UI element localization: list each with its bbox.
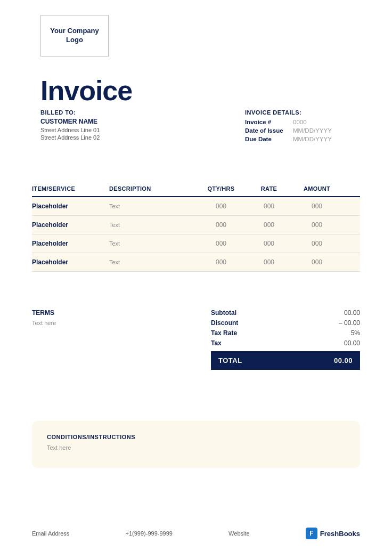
address-line-2: Street Address Line 02 bbox=[40, 134, 100, 141]
billed-to-section: BILLED TO: CUSTOMER NAME Street Address … bbox=[40, 109, 100, 142]
invoice-title: Invoice bbox=[40, 75, 132, 107]
conditions-text: Text here bbox=[47, 444, 345, 451]
table-row: Placeholder Text 000 000 000 bbox=[32, 216, 360, 234]
invoice-details-label: INVOICE DETAILS: bbox=[245, 109, 332, 116]
total-bar: TOTAL 00.00 bbox=[211, 351, 360, 370]
date-of-issue-value: MM/DD/YYYY bbox=[293, 127, 332, 134]
tax-rate-row: Tax Rate 5% bbox=[211, 329, 360, 337]
row3-item: Placeholder bbox=[32, 240, 109, 247]
subtotal-row: Subtotal 00.00 bbox=[211, 309, 360, 317]
tax-rate-value: 5% bbox=[351, 329, 360, 337]
tax-value: 00.00 bbox=[344, 339, 360, 347]
logo-text: Your Company Logo bbox=[41, 27, 108, 45]
col-header-item: ITEM/SERVICE bbox=[32, 185, 109, 192]
col-header-desc: DESCRIPTION bbox=[109, 185, 197, 192]
bottom-section: TERMS Text here Subtotal 00.00 Discount … bbox=[32, 309, 360, 370]
footer: Email Address +1(999)-999-9999 Website F… bbox=[32, 528, 360, 539]
col-header-rate: RATE bbox=[245, 185, 293, 192]
table-row: Placeholder Text 000 000 000 bbox=[32, 253, 360, 272]
billed-to-label: BILLED TO: bbox=[40, 109, 100, 116]
row2-item: Placeholder bbox=[32, 221, 109, 229]
table-row: Placeholder Text 000 000 000 bbox=[32, 197, 360, 216]
discount-value: – 00.00 bbox=[339, 319, 360, 327]
freshbooks-logo: F FreshBooks bbox=[306, 528, 360, 539]
invoice-page: Your Company Logo Invoice BILLED TO: CUS… bbox=[0, 0, 392, 551]
row1-item: Placeholder bbox=[32, 202, 109, 210]
address-line-1: Street Address Line 01 bbox=[40, 127, 100, 133]
row1-rate: 000 bbox=[245, 202, 293, 210]
footer-website: Website bbox=[228, 530, 250, 537]
terms-text: Text here bbox=[32, 320, 138, 326]
row4-rate: 000 bbox=[245, 258, 293, 266]
row1-amount: 000 bbox=[293, 202, 341, 210]
subtotal-label: Subtotal bbox=[211, 309, 236, 317]
footer-phone: +1(999)-999-9999 bbox=[126, 530, 173, 537]
row4-item: Placeholder bbox=[32, 258, 109, 266]
due-date-row: Due Date MM/DD/YYYY bbox=[245, 136, 332, 142]
subtotal-value: 00.00 bbox=[344, 309, 360, 317]
row3-amount: 000 bbox=[293, 240, 341, 247]
due-date-key: Due Date bbox=[245, 136, 293, 142]
row3-qty: 000 bbox=[197, 240, 245, 247]
date-of-issue-key: Date of Issue bbox=[245, 127, 293, 134]
table-body: Placeholder Text 000 000 000 Placeholder… bbox=[32, 197, 360, 272]
col-header-amount: AMOUNT bbox=[293, 185, 341, 192]
logo-box: Your Company Logo bbox=[40, 15, 109, 56]
row4-desc: Text bbox=[109, 259, 197, 265]
terms-block: TERMS Text here bbox=[32, 309, 138, 326]
row4-qty: 000 bbox=[197, 258, 245, 266]
row3-desc: Text bbox=[109, 240, 197, 247]
discount-label: Discount bbox=[211, 319, 238, 327]
totals-block: Subtotal 00.00 Discount – 00.00 Tax Rate… bbox=[211, 309, 360, 370]
row2-amount: 000 bbox=[293, 221, 341, 229]
row1-qty: 000 bbox=[197, 202, 245, 210]
col-header-qty: QTY/HRS bbox=[197, 185, 245, 192]
table-row: Placeholder Text 000 000 000 bbox=[32, 234, 360, 253]
due-date-value: MM/DD/YYYY bbox=[293, 136, 332, 142]
footer-email: Email Address bbox=[32, 530, 69, 537]
freshbooks-name: FreshBooks bbox=[320, 530, 360, 538]
customer-name: CUSTOMER NAME bbox=[40, 118, 100, 125]
table-header: ITEM/SERVICE DESCRIPTION QTY/HRS RATE AM… bbox=[32, 185, 360, 197]
row2-qty: 000 bbox=[197, 221, 245, 229]
total-label: TOTAL bbox=[218, 356, 242, 364]
conditions-title: CONDITIONS/INSTRUCTIONS bbox=[47, 434, 345, 440]
terms-title: TERMS bbox=[32, 309, 138, 317]
invoice-number-row: Invoice # 0000 bbox=[245, 119, 332, 125]
invoice-details-section: INVOICE DETAILS: Invoice # 0000 Date of … bbox=[245, 109, 332, 144]
date-of-issue-row: Date of Issue MM/DD/YYYY bbox=[245, 127, 332, 134]
tax-rate-label: Tax Rate bbox=[211, 329, 237, 337]
invoice-number-key: Invoice # bbox=[245, 119, 293, 125]
row2-desc: Text bbox=[109, 222, 197, 228]
row4-amount: 000 bbox=[293, 258, 341, 266]
tax-label: Tax bbox=[211, 339, 222, 347]
row1-desc: Text bbox=[109, 203, 197, 209]
discount-row: Discount – 00.00 bbox=[211, 319, 360, 327]
items-table: ITEM/SERVICE DESCRIPTION QTY/HRS RATE AM… bbox=[32, 185, 360, 272]
row2-rate: 000 bbox=[245, 221, 293, 229]
freshbooks-icon: F bbox=[306, 528, 317, 539]
invoice-number-value: 0000 bbox=[293, 119, 307, 125]
conditions-block: CONDITIONS/INSTRUCTIONS Text here bbox=[32, 421, 360, 468]
tax-row: Tax 00.00 bbox=[211, 339, 360, 347]
total-value: 00.00 bbox=[334, 356, 353, 364]
row3-rate: 000 bbox=[245, 240, 293, 247]
